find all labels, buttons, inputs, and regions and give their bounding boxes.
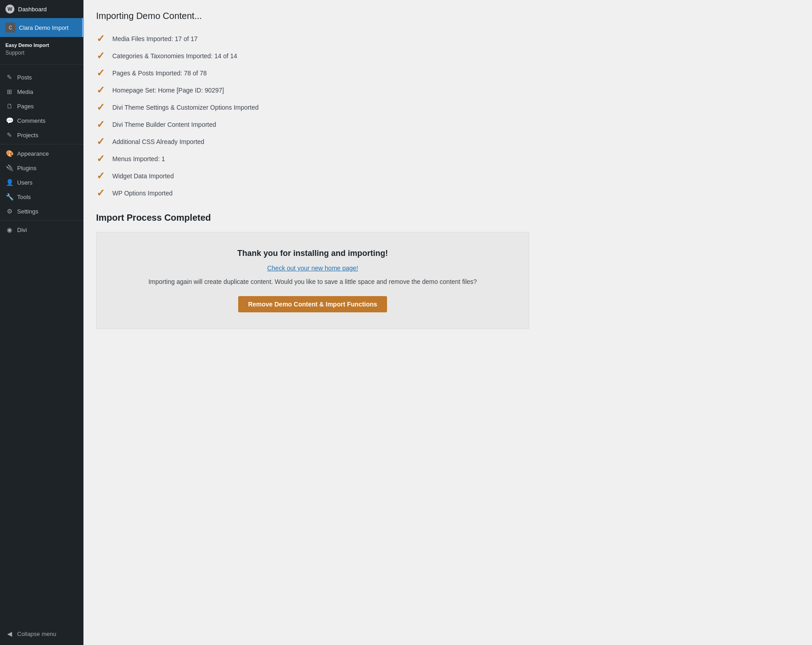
posts-label: Posts xyxy=(17,74,32,81)
completion-box: Thank you for installing and importing! … xyxy=(96,232,529,329)
sidebar-nav: ✎ Posts ⊞ Media 🗋 Pages 💬 Comments ✎ Pro… xyxy=(0,66,83,241)
remove-demo-content-button[interactable]: Remove Demo Content & Import Functions xyxy=(238,296,387,312)
main-content: Importing Demo Content... ✓ Media Files … xyxy=(83,0,812,645)
divi-icon: ◉ xyxy=(5,226,14,234)
sidebar-item-posts[interactable]: ✎ Posts xyxy=(0,70,83,84)
sidebar-item-divi[interactable]: ◉ Divi xyxy=(0,223,83,237)
easy-demo-import-section: Easy Demo Import Support xyxy=(0,37,83,62)
home-page-link[interactable]: Check out your new home page! xyxy=(107,264,518,272)
import-item-homepage-text: Homepage Set: Home [Page ID: 90297] xyxy=(112,87,224,94)
posts-icon: ✎ xyxy=(5,73,14,81)
sidebar-item-support[interactable]: Support xyxy=(0,49,83,59)
sidebar-item-tools[interactable]: 🔧 Tools xyxy=(0,190,83,204)
import-item-divi-builder: ✓ Divi Theme Builder Content Imported xyxy=(96,116,799,133)
settings-label: Settings xyxy=(17,208,38,215)
users-icon: 👤 xyxy=(5,178,14,186)
import-list: ✓ Media Files Imported: 17 of 17 ✓ Categ… xyxy=(96,30,799,202)
import-item-media-text: Media Files Imported: 17 of 17 xyxy=(112,35,198,42)
import-item-widgets: ✓ Widget Data Imported xyxy=(96,167,799,185)
tools-icon: 🔧 xyxy=(5,193,14,201)
appearance-label: Appearance xyxy=(17,150,49,157)
import-item-divi-settings-text: Divi Theme Settings & Customizer Options… xyxy=(112,104,258,111)
comments-label: Comments xyxy=(17,117,46,124)
sidebar-item-appearance[interactable]: 🎨 Appearance xyxy=(0,146,83,161)
sidebar-item-plugins[interactable]: 🔌 Plugins xyxy=(0,161,83,175)
media-label: Media xyxy=(17,88,33,95)
plugins-label: Plugins xyxy=(17,165,37,172)
import-item-media: ✓ Media Files Imported: 17 of 17 xyxy=(96,30,799,47)
checkmark-media: ✓ xyxy=(96,34,105,44)
divider xyxy=(0,64,83,65)
projects-icon: ✎ xyxy=(5,131,14,139)
appearance-icon: 🎨 xyxy=(5,149,14,158)
sidebar-item-comments[interactable]: 💬 Comments xyxy=(0,113,83,128)
import-item-divi-builder-text: Divi Theme Builder Content Imported xyxy=(112,121,216,128)
checkmark-wp-options: ✓ xyxy=(96,188,105,198)
checkmark-divi-settings: ✓ xyxy=(96,102,105,112)
plugins-icon: 🔌 xyxy=(5,164,14,172)
settings-icon: ⚙ xyxy=(5,207,14,215)
pages-icon: 🗋 xyxy=(5,102,14,110)
import-item-css-text: Additional CSS Already Imported xyxy=(112,138,204,145)
import-item-categories-text: Categories & Taxonomies Imported: 14 of … xyxy=(112,52,237,60)
checkmark-homepage: ✓ xyxy=(96,85,105,95)
sidebar-item-clara-demo-import[interactable]: C Clara Demo Import xyxy=(0,18,83,37)
import-item-pages-text: Pages & Posts Imported: 78 of 78 xyxy=(112,70,207,77)
active-item-label: Clara Demo Import xyxy=(19,24,69,31)
import-item-menus: ✓ Menus Imported: 1 xyxy=(96,150,799,167)
import-item-menus-text: Menus Imported: 1 xyxy=(112,155,165,162)
import-item-widgets-text: Widget Data Imported xyxy=(112,172,174,180)
collapse-label: Collapse menu xyxy=(17,631,56,637)
sidebar-item-pages[interactable]: 🗋 Pages xyxy=(0,99,83,113)
import-item-divi-settings: ✓ Divi Theme Settings & Customizer Optio… xyxy=(96,99,799,116)
avatar: C xyxy=(5,23,15,32)
pages-label: Pages xyxy=(17,103,34,110)
checkmark-menus: ✓ xyxy=(96,154,105,164)
divider-2 xyxy=(0,144,83,144)
checkmark-css: ✓ xyxy=(96,137,105,147)
sidebar-item-dashboard[interactable]: W Dashboard xyxy=(0,0,83,18)
tools-label: Tools xyxy=(17,194,31,200)
checkmark-categories: ✓ xyxy=(96,51,105,61)
import-item-homepage: ✓ Homepage Set: Home [Page ID: 90297] xyxy=(96,82,799,99)
projects-label: Projects xyxy=(17,132,38,139)
import-item-css: ✓ Additional CSS Already Imported xyxy=(96,133,799,150)
easy-demo-import-heading: Easy Demo Import xyxy=(0,41,83,49)
dashboard-label: Dashboard xyxy=(18,6,47,13)
divider-3 xyxy=(0,220,83,221)
checkmark-divi-builder: ✓ xyxy=(96,120,105,130)
completion-box-title: Thank you for installing and importing! xyxy=(107,249,518,258)
wp-icon: W xyxy=(5,5,14,14)
import-item-wp-options: ✓ WP Options Imported xyxy=(96,185,799,202)
media-icon: ⊞ xyxy=(5,88,14,96)
checkmark-pages: ✓ xyxy=(96,68,105,78)
sidebar-item-projects[interactable]: ✎ Projects xyxy=(0,128,83,142)
users-label: Users xyxy=(17,179,32,186)
comments-icon: 💬 xyxy=(5,116,14,125)
divi-label: Divi xyxy=(17,227,27,233)
import-completed-label: Import Process Completed xyxy=(96,213,799,223)
sidebar-item-media[interactable]: ⊞ Media xyxy=(0,84,83,99)
collapse-menu-button[interactable]: ◀ Collapse menu xyxy=(0,626,83,645)
import-item-categories: ✓ Categories & Taxonomies Imported: 14 o… xyxy=(96,47,799,65)
import-item-wp-options-text: WP Options Imported xyxy=(112,190,173,197)
sidebar-item-users[interactable]: 👤 Users xyxy=(0,175,83,190)
sidebar-item-settings[interactable]: ⚙ Settings xyxy=(0,204,83,218)
page-title: Importing Demo Content... xyxy=(96,11,799,21)
import-item-pages: ✓ Pages & Posts Imported: 78 of 78 xyxy=(96,65,799,82)
collapse-icon: ◀ xyxy=(5,630,14,638)
sidebar: W Dashboard C Clara Demo Import Easy Dem… xyxy=(0,0,83,645)
completion-box-description: Importing again will create duplicate co… xyxy=(107,278,518,285)
checkmark-widgets: ✓ xyxy=(96,171,105,181)
